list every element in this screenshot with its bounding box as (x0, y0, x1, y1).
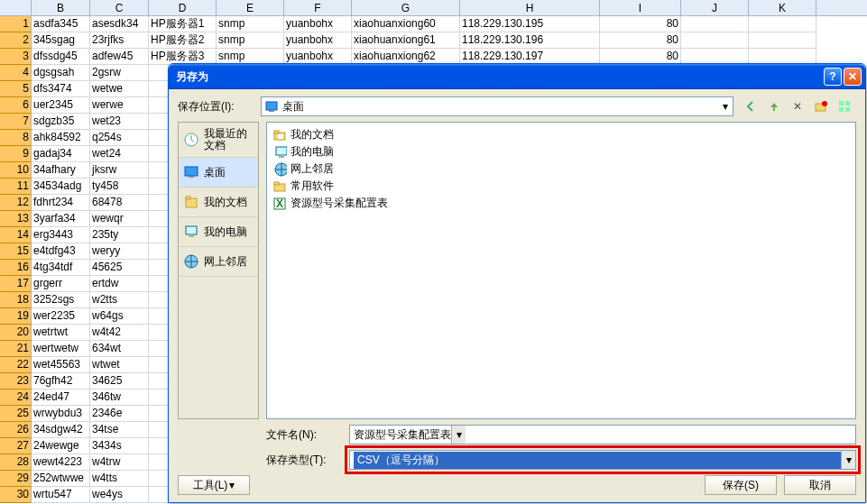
cell[interactable]: xiaohuanxiong61 (352, 32, 460, 49)
row-header[interactable]: 12 (0, 195, 32, 211)
list-item[interactable]: 我的电脑 (271, 143, 852, 160)
cell[interactable]: snmp (217, 16, 284, 32)
cell[interactable]: wetwe (90, 81, 149, 97)
cell[interactable]: yuanbohx (284, 32, 352, 49)
cell[interactable]: asesdk34 (90, 16, 149, 32)
cell[interactable]: asdfa345 (32, 16, 90, 32)
row-header[interactable]: 26 (0, 422, 32, 438)
sidebar-item-computer[interactable]: 我的电脑 (179, 217, 258, 247)
cell[interactable]: HP服务器1 (149, 16, 217, 32)
row-header[interactable]: 3 (0, 49, 32, 65)
col-header[interactable]: D (149, 0, 217, 15)
cell[interactable]: w4trw (90, 454, 149, 471)
cell[interactable]: 23rjfks (90, 32, 149, 49)
cell[interactable] (749, 16, 816, 32)
row-header[interactable]: 4 (0, 65, 32, 81)
row-header[interactable]: 29 (0, 471, 32, 487)
cell[interactable]: e4tdfg43 (32, 243, 90, 260)
cell[interactable]: wewt4223 (32, 454, 90, 471)
cell[interactable]: 118.229.130.196 (460, 32, 600, 49)
delete-icon[interactable]: ✕ (789, 98, 806, 115)
cell[interactable]: HP服务器2 (149, 32, 217, 49)
row-header[interactable]: 22 (0, 357, 32, 373)
filename-input[interactable]: 资源型号采集配置表 ▾ (349, 425, 856, 444)
cell[interactable] (681, 16, 749, 32)
col-header[interactable]: E (217, 0, 284, 15)
cell[interactable]: wertwetw (32, 341, 90, 357)
col-header[interactable]: H (460, 0, 600, 15)
cell[interactable]: werwe (90, 97, 149, 114)
row-header[interactable]: 19 (0, 308, 32, 325)
row-header[interactable]: 13 (0, 211, 32, 227)
cell[interactable]: 346tw (90, 389, 149, 406)
cell[interactable]: we4ys (90, 487, 149, 503)
cell[interactable]: 45625 (90, 260, 149, 276)
cell[interactable]: 24ed47 (32, 389, 90, 406)
cell[interactable]: 34afhary (32, 162, 90, 179)
cell[interactable]: 2346e (90, 406, 149, 422)
cell[interactable]: wewqr (90, 211, 149, 227)
row-header[interactable]: 17 (0, 276, 32, 292)
row-header[interactable]: 2 (0, 32, 32, 49)
row-header[interactable]: 14 (0, 227, 32, 243)
col-header[interactable]: C (90, 0, 149, 15)
combo-arrow-icon[interactable]: ▾ (841, 451, 855, 469)
cell[interactable]: 24wewge (32, 438, 90, 454)
cell[interactable]: jksrw (90, 162, 149, 179)
cell[interactable]: dgsgsah (32, 65, 90, 81)
col-header[interactable]: K (749, 0, 816, 15)
sidebar-item-network[interactable]: 网上邻居 (179, 247, 258, 277)
row-header[interactable]: 9 (0, 146, 32, 162)
back-icon[interactable] (742, 98, 759, 115)
cell[interactable]: w64gs (90, 308, 149, 325)
cell[interactable]: ahk84592 (32, 130, 90, 146)
row-header[interactable]: 15 (0, 243, 32, 260)
cell[interactable]: 4tg34tdf (32, 260, 90, 276)
cell[interactable]: ty458 (90, 179, 149, 195)
list-item[interactable]: 常用软件 (271, 178, 852, 195)
row-header[interactable]: 8 (0, 130, 32, 146)
col-header-corner[interactable] (0, 0, 32, 15)
cell[interactable]: 3yarfa34 (32, 211, 90, 227)
row-header[interactable]: 16 (0, 260, 32, 276)
cell[interactable]: xiaohuanxiong60 (352, 16, 460, 32)
cell[interactable]: erg3443 (32, 227, 90, 243)
cell[interactable]: 68478 (90, 195, 149, 211)
cell[interactable]: 80 (600, 32, 681, 49)
sidebar-item-docs[interactable]: 我的文档 (179, 188, 258, 217)
cell[interactable]: wet24 (90, 146, 149, 162)
row-header[interactable]: 5 (0, 81, 32, 97)
row-header[interactable]: 1 (0, 16, 32, 32)
cell[interactable]: w2tts (90, 292, 149, 308)
col-header[interactable]: J (681, 0, 749, 15)
list-item[interactable]: 我的文档 (271, 126, 852, 143)
cell[interactable]: 80 (600, 16, 681, 32)
cell[interactable] (681, 32, 749, 49)
col-header[interactable]: F (284, 0, 352, 15)
col-header[interactable]: I (600, 0, 681, 15)
combo-arrow-icon[interactable]: ▾ (451, 426, 466, 444)
cell[interactable]: fdhrt234 (32, 195, 90, 211)
views-icon[interactable] (836, 98, 853, 115)
list-item[interactable]: X资源型号采集配置表 (271, 195, 852, 212)
cell[interactable]: 252wtwwe (32, 471, 90, 487)
cell[interactable]: q254s (90, 130, 149, 146)
cell[interactable]: dfs3474 (32, 81, 90, 97)
up-icon[interactable] (766, 98, 782, 115)
cell[interactable]: 2gsrw (90, 65, 149, 81)
titlebar[interactable]: 另存为 ? ✕ (169, 64, 865, 89)
help-button[interactable]: ? (824, 68, 842, 86)
col-header[interactable]: B (32, 0, 90, 15)
cell[interactable]: adfew45 (90, 49, 149, 65)
cell[interactable]: weryy (90, 243, 149, 260)
row-header[interactable]: 6 (0, 97, 32, 114)
cell[interactable]: yuanbohx (284, 16, 352, 32)
cell[interactable]: 3434s (90, 438, 149, 454)
cell[interactable]: sdgzb35 (32, 114, 90, 130)
tools-button[interactable]: 工具(L) ▾ (178, 475, 250, 495)
row-header[interactable]: 11 (0, 179, 32, 195)
cell[interactable]: 118.229.130.195 (460, 16, 600, 32)
cell[interactable]: ertdw (90, 276, 149, 292)
cell[interactable]: 34tse (90, 422, 149, 438)
combo-arrow-icon[interactable]: ▾ (718, 100, 733, 113)
